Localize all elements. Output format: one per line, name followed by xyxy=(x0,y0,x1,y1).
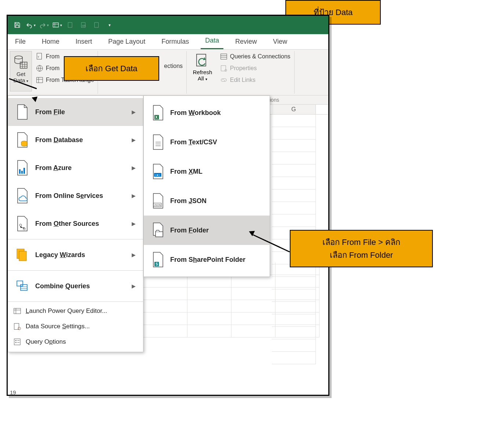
cell[interactable] xyxy=(272,152,316,165)
cell[interactable] xyxy=(272,140,316,152)
existing-connections-button[interactable]: ections xyxy=(163,61,183,71)
edit-links-button[interactable]: Edit Links xyxy=(219,75,291,86)
tab-formulas[interactable]: Formulas xyxy=(157,35,193,49)
refresh-all-button[interactable]: Refresh All ▾ xyxy=(190,51,215,94)
xml-icon: <●> xyxy=(151,163,164,180)
chevron-right-icon: ▶ xyxy=(132,137,136,143)
save-icon xyxy=(14,21,21,29)
menu-from-json[interactable]: JSON From JSON xyxy=(144,186,270,216)
svg-rect-37 xyxy=(156,232,163,237)
file-azure-icon xyxy=(15,160,29,176)
cell[interactable] xyxy=(272,127,316,140)
menu-divider xyxy=(8,239,143,239)
workbook-icon: X xyxy=(151,105,164,121)
get-data-menu: From File ▶ From Database ▶ From Azure ▶… xyxy=(8,95,143,352)
menu-label: From Database xyxy=(35,136,83,144)
tab-home[interactable]: Home xyxy=(37,35,64,49)
menu-label: Data Source Settings... xyxy=(26,323,90,330)
tab-label: Data xyxy=(205,37,219,44)
svg-rect-25 xyxy=(14,308,21,314)
menu-label: Launch Power Query Editor... xyxy=(26,307,107,315)
tab-view[interactable]: View xyxy=(269,35,292,49)
cell[interactable] xyxy=(272,115,316,127)
svg-rect-18 xyxy=(23,168,25,174)
json-icon: JSON xyxy=(151,193,164,209)
recent-sources-button[interactable]: x xyxy=(163,51,183,61)
qat-button-1[interactable]: ▾ xyxy=(51,19,63,31)
svg-text:<●>: <●> xyxy=(155,173,160,177)
tab-file[interactable]: File xyxy=(11,35,30,49)
file-icon: T xyxy=(36,53,44,61)
cmd-label: From xyxy=(46,65,59,72)
callout-text: เลือก From File > คลิก xyxy=(322,238,400,247)
redo-icon xyxy=(39,21,46,29)
redo-button[interactable]: ▾ xyxy=(38,19,50,31)
menu-query-options[interactable]: Query Options xyxy=(8,334,143,350)
customize-qat-button[interactable]: ▾ xyxy=(104,19,116,31)
svg-rect-4 xyxy=(95,22,99,28)
menu-from-other-sources[interactable]: From Other Sources ▶ xyxy=(8,210,143,238)
tab-label: View xyxy=(273,38,287,45)
svg-rect-0 xyxy=(53,23,58,27)
row-number-19[interactable]: 19 xyxy=(8,389,16,395)
qat-button-2[interactable] xyxy=(64,19,76,31)
cell[interactable] xyxy=(272,352,316,364)
tab-data[interactable]: Data xyxy=(201,34,223,49)
menu-from-azure[interactable]: From Azure ▶ xyxy=(8,154,143,182)
file-icon xyxy=(15,104,29,120)
menu-combine-queries[interactable]: Combine Queries ▶ xyxy=(8,272,143,300)
menu-from-sharepoint-folder[interactable]: S From SharePoint Folder xyxy=(144,245,270,274)
tab-page-layout[interactable]: Page Layout xyxy=(104,35,150,49)
cell[interactable] xyxy=(272,189,316,202)
svg-rect-16 xyxy=(19,169,21,174)
cell[interactable] xyxy=(272,177,316,189)
menu-from-text-csv[interactable]: From Text/CSV xyxy=(144,127,270,157)
svg-rect-12 xyxy=(221,54,227,59)
cell[interactable] xyxy=(272,339,316,352)
svg-text:T: T xyxy=(38,55,40,59)
cmd-label: Edit Links xyxy=(230,77,255,83)
tab-review[interactable]: Review xyxy=(231,35,261,49)
properties-button[interactable]: Properties xyxy=(219,63,291,74)
cell[interactable] xyxy=(272,165,316,177)
menu-label: From JSON xyxy=(170,197,207,205)
svg-rect-13 xyxy=(221,66,226,71)
excel-window: ▾ ▾ ▾ 123 ▾ File Home Insert Page Layout… xyxy=(7,15,329,396)
menu-launch-power-query[interactable]: Launch Power Query Editor... xyxy=(8,303,143,319)
chevron-right-icon: ▶ xyxy=(132,252,136,258)
menu-from-file[interactable]: From File ▶ xyxy=(8,98,143,126)
svg-rect-10 xyxy=(37,77,43,83)
menu-from-workbook[interactable]: X From Workbook xyxy=(144,98,270,127)
menu-label: From XML xyxy=(170,168,202,175)
queries-connections-button[interactable]: Queries & Connections xyxy=(219,51,291,62)
chevron-right-icon: ▶ xyxy=(132,283,136,289)
col-header-g[interactable]: G xyxy=(272,105,316,114)
qat-button-4[interactable] xyxy=(91,19,102,31)
menu-from-database[interactable]: From Database ▶ xyxy=(8,126,143,154)
file-other-icon xyxy=(15,216,29,232)
qat-button-3[interactable]: 123 xyxy=(77,19,89,31)
menu-data-source-settings[interactable]: Data Source Settings... xyxy=(8,319,143,334)
menu-from-xml[interactable]: <●> From XML xyxy=(144,157,270,186)
clipboard-icon xyxy=(93,22,100,28)
menu-label: From Other Sources xyxy=(35,220,99,227)
menu-from-online-services[interactable]: From Online Services ▶ xyxy=(8,182,143,210)
ribbon-tabs: File Home Insert Page Layout Formulas Da… xyxy=(8,34,328,50)
options-icon xyxy=(13,338,21,346)
callout-from-folder: เลือก From File > คลิก เลือก From Folder xyxy=(290,230,433,267)
pq-editor-icon xyxy=(13,307,21,315)
text-csv-icon xyxy=(151,134,164,150)
svg-text:S: S xyxy=(156,262,158,266)
from-file-submenu: X From Workbook From Text/CSV <●> From X… xyxy=(143,95,270,277)
svg-text:JSON: JSON xyxy=(154,204,161,206)
tab-insert[interactable]: Insert xyxy=(71,35,96,49)
cell[interactable] xyxy=(272,214,316,227)
save-button[interactable] xyxy=(11,19,23,31)
cell[interactable] xyxy=(272,202,316,214)
tab-label: Insert xyxy=(76,38,92,45)
menu-label: From File xyxy=(35,108,65,116)
menu-label: From Online Services xyxy=(35,192,103,199)
undo-button[interactable]: ▾ xyxy=(25,19,36,31)
svg-point-30 xyxy=(15,342,17,343)
menu-legacy-wizards[interactable]: Legacy Wizards ▶ xyxy=(8,241,143,269)
